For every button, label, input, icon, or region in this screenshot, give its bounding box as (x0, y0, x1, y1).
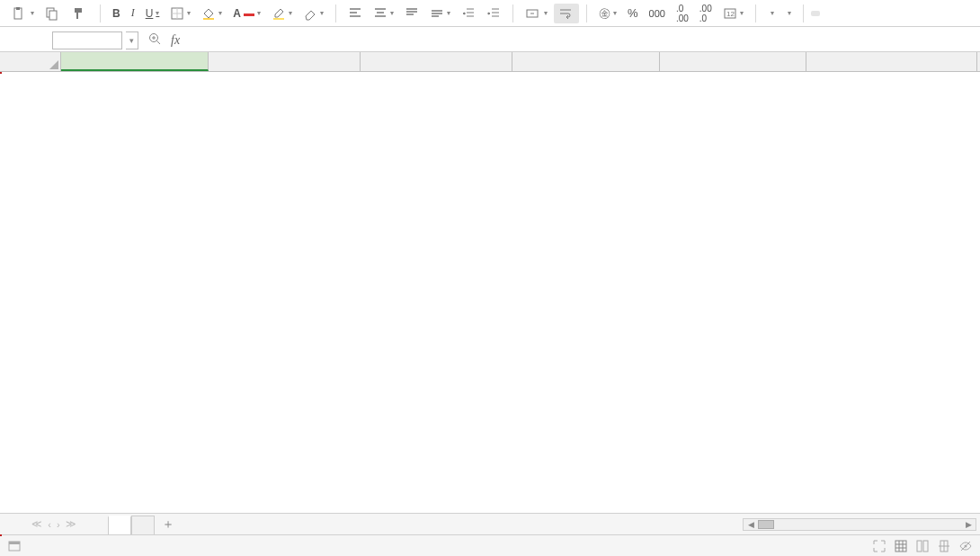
column-header-row (0, 52, 980, 72)
name-box-dropdown[interactable]: ▾ (126, 31, 138, 49)
number-format-button[interactable]: 12▾ (718, 4, 748, 23)
merge-center-button[interactable]: ▾ (521, 4, 552, 23)
status-icon-left[interactable] (7, 539, 22, 553)
paste-icon (12, 6, 26, 21)
h-scroll-thumb[interactable] (758, 520, 774, 529)
align-left-button[interactable] (343, 4, 367, 23)
dec-decimal-button[interactable]: .00.0 (695, 1, 717, 26)
svg-rect-18 (895, 541, 906, 552)
doc-helper-button[interactable] (811, 11, 820, 16)
tab-nav-next[interactable]: › (57, 519, 60, 530)
merge-icon (525, 6, 539, 21)
status-bar (0, 534, 980, 556)
copy-button[interactable] (40, 4, 66, 23)
svg-rect-8 (273, 18, 284, 20)
highlight-box-row (0, 72, 2, 74)
h-scrollbar[interactable]: ◀ ▶ (743, 518, 976, 531)
brush-icon (72, 6, 86, 21)
h-scroll-left[interactable]: ◀ (745, 520, 756, 529)
currency-button[interactable]: ㊎▾ (594, 3, 621, 24)
select-all-corner[interactable] (0, 52, 61, 71)
h-scroll-right[interactable]: ▶ (963, 520, 974, 529)
sheet-tab-1[interactable] (108, 516, 131, 534)
tab-nav-last[interactable]: ≫ (66, 518, 76, 530)
fullscreen-icon[interactable] (872, 539, 886, 553)
highlight-icon (272, 6, 286, 21)
auto-wrap-button[interactable] (554, 4, 579, 23)
tab-nav-first[interactable]: ≪ (31, 518, 42, 530)
paste-button[interactable]: ▾ (7, 4, 39, 23)
svg-rect-24 (923, 541, 928, 552)
indent-inc-icon (486, 6, 501, 21)
numfmt-icon: 12 (723, 6, 737, 21)
formula-bar: ▾ fx (0, 27, 980, 52)
indent-dec-icon (461, 6, 476, 21)
table-style-button[interactable]: ▾ (780, 6, 796, 20)
sheet-tab-2[interactable] (131, 516, 155, 534)
italic-button[interactable]: I (127, 4, 139, 22)
add-sheet-button[interactable]: ＋ (155, 514, 182, 534)
svg-rect-23 (917, 541, 922, 552)
border-icon (170, 6, 184, 21)
wrap-icon (558, 6, 573, 21)
align-middle-button[interactable]: ▾ (425, 4, 455, 23)
fill-color-button[interactable]: ▾ (197, 4, 227, 23)
cond-format-button[interactable]: ▾ (763, 6, 779, 20)
indent-inc-button[interactable] (482, 4, 505, 23)
col-header-A[interactable] (61, 52, 209, 71)
border-button[interactable]: ▾ (165, 4, 195, 23)
bucket-icon (201, 6, 216, 21)
view-reading-icon[interactable] (937, 539, 951, 553)
percent-button[interactable]: % (623, 4, 643, 22)
name-box[interactable] (52, 31, 122, 49)
sheet-tab-bar: ≪ ‹ › ≫ ＋ ◀ ▶ (0, 513, 980, 534)
sum-button[interactable] (822, 11, 831, 16)
clear-format-button[interactable]: ▾ (298, 4, 328, 23)
zoom-icon[interactable] (147, 31, 162, 49)
align-top-button[interactable] (400, 4, 423, 23)
bold-button[interactable]: B (108, 4, 125, 22)
svg-rect-3 (49, 11, 57, 20)
align-center-h-button[interactable]: ▾ (369, 4, 398, 23)
thousand-sep-button[interactable]: 000 (645, 5, 670, 22)
align-left-icon (348, 6, 362, 21)
svg-rect-17 (9, 542, 20, 544)
view-normal-icon[interactable] (894, 539, 908, 553)
format-painter-button[interactable] (67, 4, 93, 23)
view-page-icon[interactable] (915, 539, 930, 553)
col-header-E[interactable] (660, 52, 806, 71)
col-header-D[interactable] (512, 52, 660, 71)
underline-button[interactable]: U▾ (141, 4, 165, 22)
svg-rect-7 (203, 18, 214, 20)
svg-text:12: 12 (726, 10, 735, 18)
indent-dec-button[interactable] (457, 4, 480, 23)
formula-input[interactable] (189, 31, 973, 49)
svg-rect-1 (16, 7, 20, 10)
font-color-button[interactable]: A▾ (228, 4, 265, 22)
highlight-button[interactable]: ▾ (267, 4, 297, 23)
inc-decimal-button[interactable]: .0.00 (672, 1, 693, 26)
copy-icon (45, 6, 59, 21)
col-header-F[interactable] (806, 52, 977, 71)
fx-icon[interactable]: fx (171, 33, 180, 48)
toolbar: ▾ B I U▾ ▾ ▾ A▾ ▾ ▾ ▾ ▾ ▾ (0, 0, 980, 27)
align-center-icon (373, 6, 388, 21)
col-header-B[interactable] (209, 52, 361, 71)
eraser-icon (303, 6, 317, 21)
eye-icon[interactable] (958, 539, 973, 553)
col-header-C[interactable] (361, 52, 512, 71)
grid-area[interactable] (0, 72, 980, 513)
valign-top-icon (405, 6, 419, 21)
tab-nav-prev[interactable]: ‹ (48, 519, 51, 530)
valign-mid-icon (430, 6, 444, 21)
svg-line-13 (157, 41, 161, 45)
tab-nav: ≪ ‹ › ≫ (0, 514, 108, 534)
